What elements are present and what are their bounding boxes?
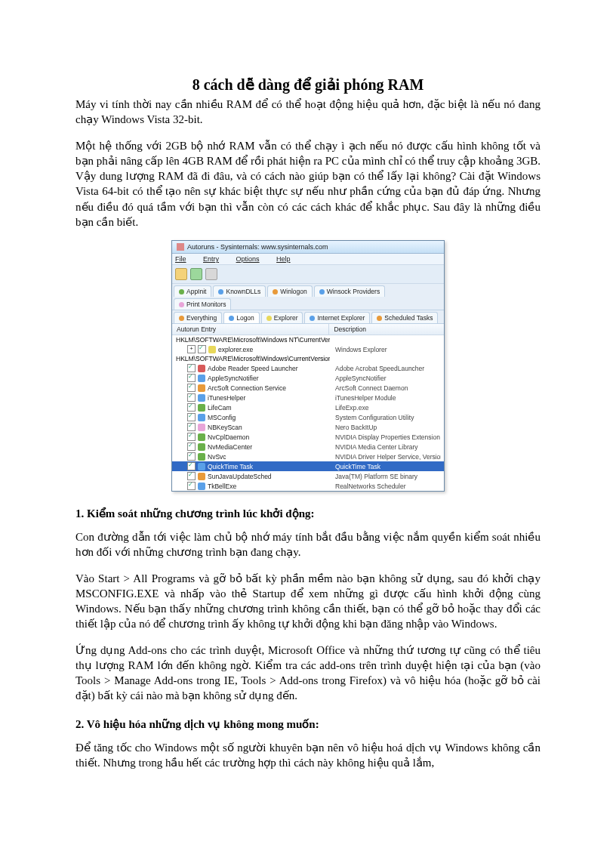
screenshot-figure: Autoruns - Sysinternals: www.sysinternal…	[75, 240, 541, 492]
list-item[interactable]: NvMediaCenterNVIDIA Media Center Library	[172, 442, 444, 452]
tab-strip-row1: AppInit KnownDLLs Winlogon Winsock Provi…	[172, 284, 444, 310]
item-icon	[198, 463, 205, 470]
list-item[interactable]: ArcSoft Connection ServiceArcSoft Connec…	[172, 383, 444, 393]
checkbox[interactable]	[187, 403, 196, 412]
tab-winlogon[interactable]: Winlogon	[267, 285, 312, 297]
list-item[interactable]: SunJavaUpdateSchedJava(TM) Platform SE b…	[172, 471, 444, 481]
item-icon	[198, 433, 205, 441]
section-heading-1: 1. Kiểm soát những chương trình lúc khởi…	[75, 507, 541, 520]
checkbox[interactable]	[187, 443, 196, 451]
checkbox[interactable]	[187, 413, 196, 421]
toolbar-refresh-icon[interactable]	[190, 268, 202, 280]
section-1-p1: Con đường dẫn tới việc làm chủ bộ nhớ má…	[75, 529, 541, 560]
item-desc: NVIDIA Display Properties Extension	[335, 433, 441, 441]
list-item[interactable]: MSConfigSystem Configuration Utility	[172, 412, 444, 422]
item-name: Adobe Reader Speed Launcher	[208, 365, 298, 372]
section-1-p3: Ứng dụng Add-ons cho các trình duyệt, Mi…	[75, 643, 541, 704]
item-desc: AppleSyncNotifier	[335, 375, 441, 382]
menu-entry[interactable]: Entry	[203, 255, 226, 263]
item-name: AppleSyncNotifier	[208, 375, 259, 382]
tab-strip-row2: Everything Logon Explorer Internet Explo…	[172, 310, 444, 324]
tab-icon	[377, 316, 382, 321]
checkbox[interactable]	[187, 374, 196, 382]
item-name: MSConfig	[208, 414, 236, 421]
tab-knowndlls[interactable]: KnownDLLs	[213, 285, 266, 297]
menu-file[interactable]: File	[175, 255, 194, 263]
checkbox[interactable]	[187, 384, 196, 392]
menu-options[interactable]: Options	[236, 255, 267, 263]
menu-bar[interactable]: File Entry Options Help	[172, 254, 444, 265]
checkbox[interactable]	[187, 364, 196, 372]
item-desc: Nero BackItUp	[335, 424, 441, 431]
tab-scheduledtasks[interactable]: Scheduled Tasks	[371, 312, 438, 323]
item-name: LifeCam	[208, 404, 232, 412]
list-item[interactable]: NvCplDaemonNVIDIA Display Properties Ext…	[172, 432, 444, 442]
item-icon	[198, 483, 205, 490]
checkbox[interactable]	[187, 482, 196, 490]
registry-node[interactable]: HKLM\SOFTWARE\Microsoft\Windows NT\Curre…	[172, 335, 444, 344]
list-item[interactable]: LifeCamLifeExp.exe	[172, 402, 444, 412]
section-2-p1: Để tăng tốc cho Windows một số người khu…	[75, 740, 541, 771]
item-name: ArcSoft Connection Service	[208, 384, 286, 392]
item-desc: NVIDIA Media Center Library	[335, 443, 441, 451]
checkbox[interactable]	[198, 345, 206, 353]
window-title-text: Autoruns - Sysinternals: www.sysinternal…	[187, 243, 328, 251]
tab-printmonitors[interactable]: Print Monitors	[174, 298, 231, 310]
item-icon	[198, 473, 205, 480]
checkbox[interactable]	[187, 452, 196, 461]
tab-icon	[273, 289, 278, 294]
section-heading-2: 2. Vô hiệu hóa những dịch vụ không mong …	[75, 717, 541, 731]
list-item[interactable]: +explorer.exe Windows Explorer	[172, 344, 444, 354]
autorun-list[interactable]: HKLM\SOFTWARE\Microsoft\Windows NT\Curre…	[172, 335, 444, 491]
toolbar-find-icon[interactable]	[205, 268, 217, 280]
section-1-p2: Vào Start > All Programs và gỡ bỏ bất kỳ…	[75, 571, 541, 632]
tab-icon	[319, 289, 325, 294]
checkbox[interactable]	[187, 433, 196, 441]
list-item[interactable]: AppleSyncNotifierAppleSyncNotifier	[172, 373, 444, 383]
registry-node[interactable]: HKLM\SOFTWARE\Microsoft\Windows\CurrentV…	[172, 354, 444, 363]
tab-winsock[interactable]: Winsock Providers	[314, 285, 385, 297]
item-desc: Adobe Acrobat SpeedLauncher	[335, 365, 441, 372]
tab-appinit[interactable]: AppInit	[174, 285, 211, 297]
toolbar	[172, 265, 444, 284]
item-name: NvSvc	[208, 453, 226, 461]
item-desc: ArcSoft Connect Daemon	[335, 384, 441, 392]
tab-ie[interactable]: Internet Explorer	[304, 312, 370, 323]
tab-everything[interactable]: Everything	[174, 312, 222, 323]
tab-explorer[interactable]: Explorer	[261, 312, 303, 323]
col-autorun-entry[interactable]: Autorun Entry	[172, 324, 329, 335]
list-header: Autorun Entry Description	[172, 324, 444, 335]
item-icon	[198, 443, 205, 451]
item-icon	[198, 375, 205, 382]
toolbar-save-icon[interactable]	[175, 268, 187, 280]
checkbox[interactable]	[187, 393, 196, 402]
intro-paragraph-2: Một hệ thống với 2GB bộ nhớ RAM vẫn có t…	[75, 138, 541, 230]
checkbox[interactable]	[187, 472, 196, 480]
menu-help[interactable]: Help	[276, 255, 298, 263]
expand-icon[interactable]: +	[187, 345, 196, 353]
item-desc: QuickTime Task	[335, 463, 441, 470]
tab-icon	[179, 316, 184, 321]
intro-paragraph-1: Máy vi tính thời nay cần nhiều RAM để có…	[75, 97, 541, 128]
item-name: iTunesHelper	[208, 394, 245, 402]
tab-icon	[179, 289, 184, 294]
tab-icon	[310, 316, 315, 321]
tab-icon	[218, 289, 223, 294]
col-description[interactable]: Description	[329, 324, 444, 335]
list-item[interactable]: NvSvcNVIDIA Driver Helper Service, Versi…	[172, 452, 444, 461]
list-item[interactable]: NBKeyScanNero BackItUp	[172, 422, 444, 432]
item-name: TkBellExe	[208, 483, 236, 490]
item-name: NvMediaCenter	[208, 443, 252, 451]
tab-icon	[229, 316, 234, 321]
checkbox[interactable]	[187, 462, 196, 470]
checkbox[interactable]	[187, 423, 196, 431]
document-page: 8 cách dễ dàng để giải phóng RAM Máy vi …	[0, 0, 616, 826]
item-icon	[198, 394, 205, 402]
item-icon	[198, 404, 205, 412]
tab-logon[interactable]: Logon	[223, 312, 260, 323]
list-item[interactable]: QuickTime TaskQuickTime Task	[172, 461, 444, 471]
list-item[interactable]: TkBellExeRealNetworks Scheduler	[172, 481, 444, 491]
item-name: SunJavaUpdateSched	[208, 473, 272, 480]
list-item[interactable]: Adobe Reader Speed LauncherAdobe Acrobat…	[172, 363, 444, 373]
list-item[interactable]: iTunesHelperiTunesHelper Module	[172, 393, 444, 402]
